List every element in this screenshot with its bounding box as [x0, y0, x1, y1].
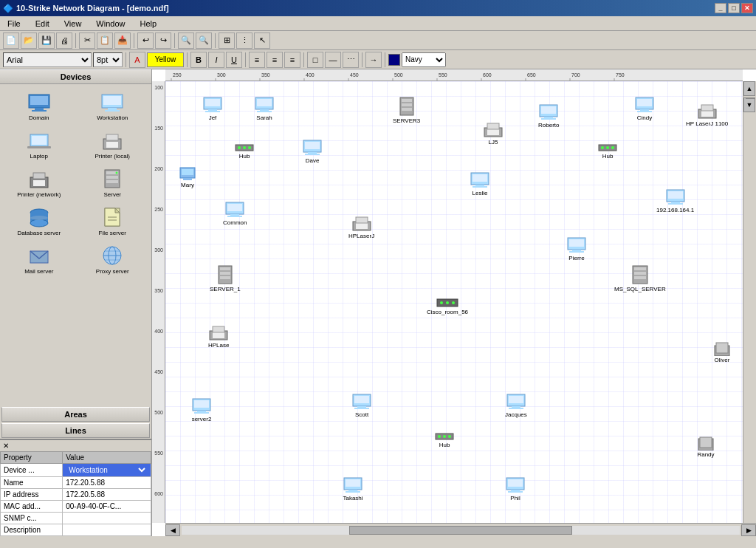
- network-canvas[interactable]: Jef Sarah Dave Hub Mary: [165, 81, 756, 523]
- vscroll-thumb[interactable]: [746, 97, 755, 99]
- menu-file[interactable]: File: [3, 18, 25, 30]
- node-roberto[interactable]: Roberto: [538, 103, 559, 129]
- menu-help[interactable]: Help: [135, 18, 161, 30]
- open-button[interactable]: 📂: [21, 32, 37, 49]
- device-laptop[interactable]: Laptop: [3, 126, 75, 162]
- node-hub3[interactable]: Hub: [434, 432, 455, 448]
- node-server2[interactable]: server2: [191, 397, 212, 422]
- zoom-out-button[interactable]: 🔍: [196, 32, 212, 49]
- node-ip164[interactable]: 192.168.164.1: [656, 188, 694, 213]
- node-hplase[interactable]: HPLase: [208, 325, 229, 349]
- line-color-swatch[interactable]: [388, 54, 400, 66]
- device-mail-server[interactable]: Mail server: [3, 241, 75, 278]
- device-server[interactable]: Server: [77, 164, 149, 201]
- highlight-color-button[interactable]: Yellow: [147, 52, 184, 67]
- line-color-selector[interactable]: Navy: [402, 52, 446, 67]
- devices-scroll[interactable]: Domain Workstation: [0, 84, 151, 406]
- device-database-server[interactable]: Database server: [3, 202, 75, 239]
- line-type-button[interactable]: ⋯: [343, 52, 359, 68]
- align-right-button[interactable]: ≡: [284, 52, 300, 68]
- node-common[interactable]: Common: [223, 201, 247, 226]
- titlebar: 🔷 10-Strike Network Diagram - [demo.ndf]…: [0, 0, 756, 16]
- node-dave[interactable]: Dave: [302, 139, 323, 164]
- node-randy[interactable]: Randy: [697, 436, 715, 458]
- line-style-button[interactable]: —: [325, 52, 341, 68]
- scroll-up-button[interactable]: ▲: [743, 81, 755, 96]
- border-button[interactable]: □: [307, 52, 323, 68]
- restore-button[interactable]: □: [728, 3, 740, 13]
- svg-rect-19: [106, 176, 118, 179]
- node-jef[interactable]: Jef: [202, 96, 223, 121]
- device-type-selector[interactable]: Workstation: [66, 465, 148, 475]
- areas-button[interactable]: Areas: [1, 407, 150, 422]
- node-leslie[interactable]: Leslie: [470, 171, 490, 196]
- device-workstation[interactable]: Workstation: [77, 87, 149, 124]
- undo-button[interactable]: ↩: [137, 32, 154, 49]
- node-mary[interactable]: Mary: [179, 166, 196, 188]
- device-printer-network[interactable]: Printer (network): [3, 164, 75, 201]
- device-printer-local[interactable]: Printer (local): [77, 126, 149, 162]
- device-proxy-server[interactable]: Proxy server: [77, 241, 149, 278]
- font-selector[interactable]: Arial: [3, 52, 92, 67]
- node-server1[interactable]: SERVER_1: [210, 264, 241, 292]
- menu-view[interactable]: View: [60, 18, 86, 30]
- node-takashi[interactable]: Takashi: [343, 476, 363, 501]
- close-button[interactable]: ✕: [741, 3, 753, 13]
- zoom-in-button[interactable]: 🔍: [178, 32, 194, 49]
- window-controls[interactable]: _ □ ✕: [715, 3, 753, 13]
- redo-button[interactable]: ↪: [155, 32, 171, 49]
- node-sarah[interactable]: Sarah: [254, 96, 275, 121]
- node-hub2[interactable]: Hub: [597, 143, 618, 160]
- new-button[interactable]: 📄: [3, 32, 19, 49]
- vertical-scrollbar[interactable]: ▲ ▼: [743, 81, 756, 523]
- scroll-left-button[interactable]: ◀: [165, 524, 180, 536]
- size-selector[interactable]: 8pt: [93, 52, 123, 67]
- node-lj5[interactable]: LJ5: [483, 122, 504, 145]
- save-button[interactable]: 💾: [38, 32, 55, 49]
- node-ms-sql[interactable]: MS_SQL_SERVER: [614, 264, 666, 292]
- printer-local-label: Printer (local): [94, 153, 130, 160]
- arrows-button[interactable]: →: [365, 52, 382, 68]
- node-oliver[interactable]: Oliver: [713, 341, 731, 363]
- svg-rect-15: [33, 180, 45, 186]
- hscroll-thumb[interactable]: [349, 526, 572, 535]
- print-button[interactable]: 🖨: [56, 32, 72, 49]
- horizontal-scrollbar[interactable]: ◀ ▶: [165, 523, 756, 536]
- font-color-button[interactable]: A: [129, 52, 145, 68]
- align-center-button[interactable]: ≡: [267, 52, 283, 68]
- node-server3[interactable]: SERVER3: [393, 96, 420, 124]
- node-cisco56[interactable]: Cisco_room_56: [427, 298, 468, 315]
- grid-button[interactable]: ⋮: [236, 32, 252, 49]
- props-close-icon[interactable]: ✕: [3, 442, 9, 450]
- device-domain[interactable]: Domain: [3, 87, 75, 124]
- device-file-server[interactable]: File server: [77, 202, 149, 239]
- bold-button[interactable]: B: [190, 52, 207, 68]
- prop-row-value[interactable]: Workstation: [63, 464, 151, 477]
- svg-rect-120: [668, 191, 683, 199]
- canvas-area[interactable]: 100150200250300350400450500550600: [152, 69, 756, 536]
- copy-button[interactable]: 📋: [97, 32, 113, 49]
- node-pierre[interactable]: Pierre: [566, 236, 587, 261]
- align-left-button[interactable]: ≡: [249, 52, 265, 68]
- node-phil[interactable]: Phil: [505, 476, 526, 501]
- node-hp-laserj[interactable]: HP LaserJ 1100: [686, 103, 728, 127]
- menu-window[interactable]: Window: [92, 18, 129, 30]
- menu-edit[interactable]: Edit: [31, 18, 54, 30]
- select-button[interactable]: ↖: [254, 32, 270, 49]
- cut-button[interactable]: ✂: [79, 32, 95, 49]
- node-scott[interactable]: Scott: [351, 393, 372, 418]
- node-hub1[interactable]: Hub: [234, 143, 255, 160]
- node-cindy[interactable]: Cindy: [634, 96, 655, 121]
- underline-button[interactable]: U: [226, 52, 242, 68]
- node-hplaser-j[interactable]: HPLaserJ: [348, 216, 374, 239]
- lines-button[interactable]: Lines: [1, 423, 150, 438]
- align-button[interactable]: ⊞: [219, 32, 235, 49]
- sep7: [245, 52, 246, 67]
- scroll-down-button[interactable]: ▼: [743, 97, 755, 112]
- scroll-right-button[interactable]: ▶: [741, 524, 756, 536]
- hscroll-track[interactable]: [182, 526, 740, 535]
- paste-button[interactable]: 📥: [114, 32, 131, 49]
- italic-button[interactable]: I: [208, 52, 224, 68]
- minimize-button[interactable]: _: [715, 3, 726, 13]
- node-jacques[interactable]: Jacques: [505, 393, 527, 418]
